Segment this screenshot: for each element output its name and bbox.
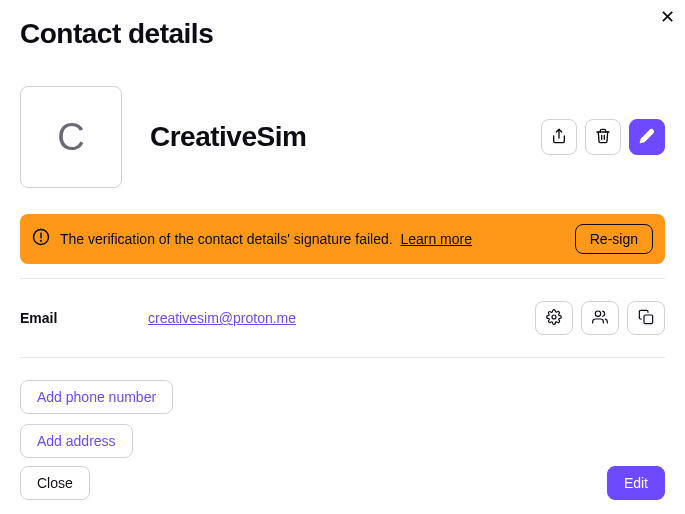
avatar: C: [20, 86, 122, 188]
email-link[interactable]: creativesim@proton.me: [148, 310, 296, 326]
modal-title: Contact details: [20, 18, 665, 50]
email-group-button[interactable]: [581, 301, 619, 335]
contact-name: CreativeSim: [150, 121, 541, 153]
export-button[interactable]: [541, 119, 577, 155]
contact-details-modal: Contact details C CreativeSim: [0, 0, 685, 478]
alert-text: The verification of the contact details'…: [60, 231, 565, 247]
email-label: Email: [20, 310, 148, 326]
add-section: Add phone number Add address: [20, 358, 665, 458]
avatar-initial: C: [57, 116, 84, 159]
email-value: creativesim@proton.me: [148, 309, 535, 327]
add-phone-button[interactable]: Add phone number: [20, 380, 173, 414]
trash-icon: [595, 128, 611, 147]
people-icon: [592, 309, 608, 328]
email-settings-button[interactable]: [535, 301, 573, 335]
alert-message: The verification of the contact details'…: [60, 231, 393, 247]
close-button[interactable]: Close: [20, 466, 90, 500]
contact-header: C CreativeSim: [20, 86, 665, 188]
header-actions: [541, 119, 665, 155]
export-icon: [551, 128, 567, 147]
svg-point-5: [595, 311, 600, 316]
email-copy-button[interactable]: [627, 301, 665, 335]
edit-button[interactable]: Edit: [607, 466, 665, 500]
warning-icon: [32, 228, 50, 250]
gear-icon: [546, 309, 562, 328]
pencil-icon: [639, 128, 655, 147]
email-actions: [535, 301, 665, 335]
svg-point-4: [552, 315, 556, 319]
close-icon[interactable]: ✕: [658, 6, 677, 28]
svg-point-3: [41, 240, 42, 241]
copy-icon: [638, 309, 654, 328]
edit-icon-button[interactable]: [629, 119, 665, 155]
add-address-button[interactable]: Add address: [20, 424, 133, 458]
delete-button[interactable]: [585, 119, 621, 155]
svg-rect-6: [644, 315, 653, 324]
resign-button[interactable]: Re-sign: [575, 224, 653, 254]
verification-alert: The verification of the contact details'…: [20, 214, 665, 264]
modal-footer: Close Edit: [20, 466, 665, 500]
learn-more-link[interactable]: Learn more: [400, 231, 472, 247]
email-field-row: Email creativesim@proton.me: [20, 279, 665, 357]
